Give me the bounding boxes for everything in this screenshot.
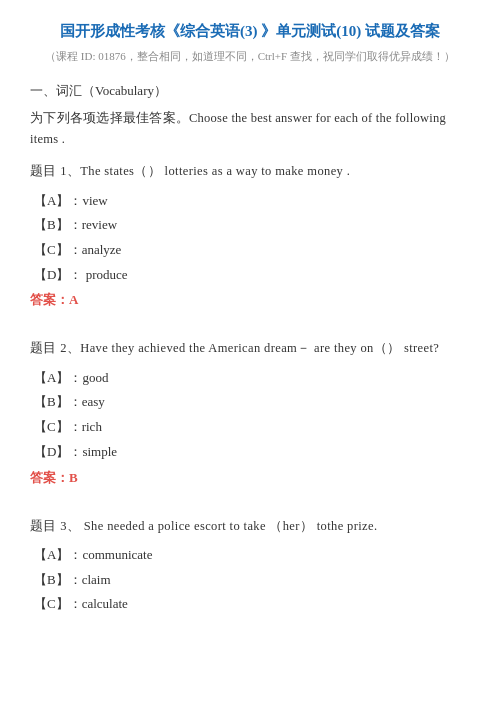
option-2-4: 【D】：simple [30, 440, 470, 465]
answer-1: 答案：A [30, 291, 470, 309]
subtitle: （课程 ID: 01876，整合相同，如道理不同，Ctrl+F 查找，祝同学们取… [30, 49, 470, 64]
page-title: 国开形成性考核《综合英语(3) 》单元测试(10) 试题及答案 [30, 20, 470, 43]
option-2-1: 【A】：good [30, 366, 470, 391]
answer-2: 答案：B [30, 469, 470, 487]
question-text-2: 题目 2、Have they achieved the American dre… [30, 337, 470, 360]
instruction: 为下列各项选择最佳答案。Choose the best answer for e… [30, 108, 470, 151]
option-1-2: 【B】：review [30, 213, 470, 238]
option-1-1: 【A】：view [30, 189, 470, 214]
question-text-1: 题目 1、The states（） lotteries as a way to … [30, 160, 470, 183]
option-2-3: 【C】：rich [30, 415, 470, 440]
option-3-3: 【C】：calculate [30, 592, 470, 617]
question-text-3: 题目 3、 She needed a police escort to take… [30, 515, 470, 538]
option-3-2: 【B】：claim [30, 568, 470, 593]
option-1-3: 【C】：analyze [30, 238, 470, 263]
section-title: 一、词汇（Vocabulary） [30, 82, 470, 100]
option-3-1: 【A】：communicate [30, 543, 470, 568]
option-1-4: 【D】： produce [30, 263, 470, 288]
question-block-3: 题目 3、 She needed a police escort to take… [30, 515, 470, 618]
option-2-2: 【B】：easy [30, 390, 470, 415]
question-block-2: 题目 2、Have they achieved the American dre… [30, 337, 470, 486]
question-block-1: 题目 1、The states（） lotteries as a way to … [30, 160, 470, 309]
